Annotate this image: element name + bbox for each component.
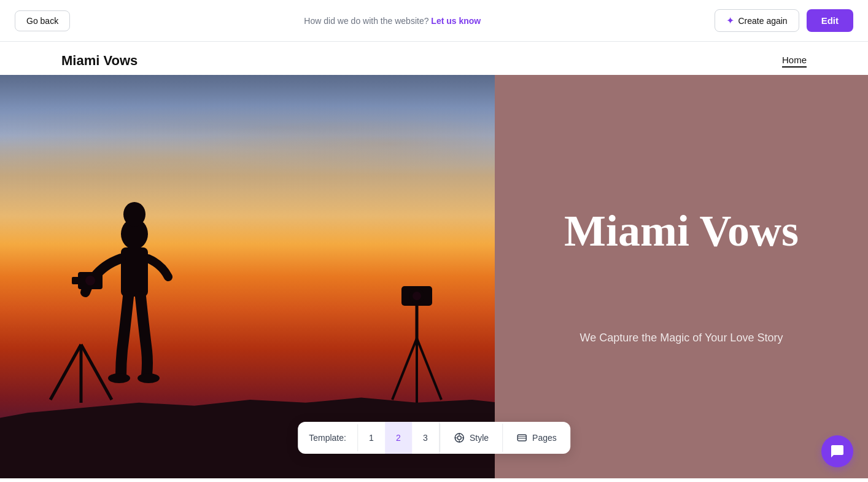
hero-subtitle: We Capture the Magic of Your Love Story [580, 330, 783, 346]
preview-container: Miami Vows We Capture the Magic of Your … [0, 75, 868, 478]
nav-home-link[interactable]: Home [782, 55, 807, 68]
edit-button[interactable]: Edit [807, 9, 853, 32]
topbar-right: ✦ Create again Edit [715, 9, 853, 32]
topbar-left: Go back [15, 10, 70, 31]
feedback-link[interactable]: Let us know [431, 16, 481, 26]
hero-image [0, 75, 556, 478]
go-back-button[interactable]: Go back [15, 10, 70, 31]
style-button[interactable]: Style [440, 424, 502, 452]
hero-title: Miami Vows [564, 207, 799, 255]
svg-line-17 [417, 338, 441, 400]
svg-line-15 [392, 338, 417, 400]
template-2-button[interactable]: 2 [385, 422, 412, 454]
svg-rect-2 [121, 247, 148, 297]
svg-point-19 [457, 436, 461, 440]
camera-tripod-silhouette [389, 283, 444, 406]
create-again-label: Create again [738, 16, 787, 26]
svg-point-13 [413, 292, 421, 300]
template-1-button[interactable]: 1 [358, 422, 385, 454]
template-section: Template: 1 2 3 [298, 422, 439, 454]
svg-line-10 [81, 344, 112, 400]
topbar-center: How did we do with the website? Let us k… [304, 16, 481, 26]
svg-line-8 [50, 344, 81, 400]
chat-icon [830, 444, 845, 459]
hero-section: Miami Vows We Capture the Magic of Your … [0, 75, 868, 478]
bottom-toolbar: Template: 1 2 3 Style P [298, 422, 570, 454]
site-nav: Miami Vows Home [0, 42, 868, 75]
feedback-text: How did we do with the website? [304, 16, 428, 26]
person-tripod [44, 332, 118, 406]
svg-rect-20 [517, 435, 526, 441]
template-3-button[interactable]: 3 [412, 422, 439, 454]
chat-fab-button[interactable] [821, 435, 853, 467]
style-label: Style [470, 433, 489, 443]
create-again-button[interactable]: ✦ Create again [715, 9, 799, 32]
pages-label: Pages [532, 433, 557, 443]
svg-rect-6 [72, 277, 81, 284]
style-icon [454, 432, 465, 443]
svg-point-4 [138, 373, 160, 383]
template-label: Template: [298, 424, 358, 451]
svg-point-7 [85, 276, 95, 286]
pages-icon [516, 432, 527, 443]
svg-point-1 [123, 202, 145, 227]
hero-text-panel: Miami Vows We Capture the Magic of Your … [495, 75, 868, 478]
site-name: Miami Vows [61, 53, 138, 69]
sparkle-icon: ✦ [726, 15, 734, 26]
pages-button[interactable]: Pages [502, 424, 570, 452]
topbar: Go back How did we do with the website? … [0, 0, 868, 42]
